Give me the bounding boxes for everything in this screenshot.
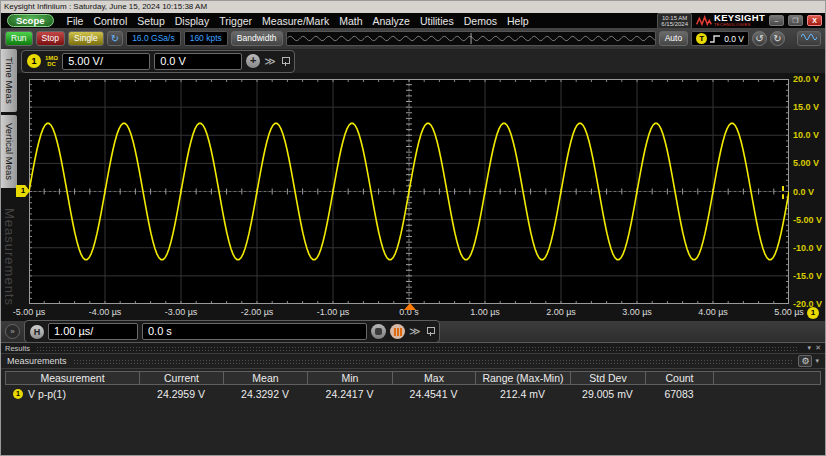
menu-item-setup[interactable]: Setup xyxy=(137,15,164,27)
measurements-titlebar[interactable]: Measurements ⚙ ▾ xyxy=(1,354,825,369)
trigger-level-field[interactable]: T 0.0 V xyxy=(691,31,749,46)
column-header-filler xyxy=(713,371,821,385)
voltage-tick-label: 15.0 V xyxy=(793,102,819,112)
clear-display-button[interactable]: ↻ xyxy=(107,31,123,46)
vertical-offset-input[interactable]: 0.0 V xyxy=(154,53,242,70)
column-header-mean[interactable]: Mean xyxy=(223,371,307,385)
voltage-tick-label: -10.0 V xyxy=(793,243,822,253)
horizontal-pin-icon[interactable] xyxy=(427,327,434,336)
timebase-position-input[interactable]: 0.0 s xyxy=(142,323,367,340)
measurement-row[interactable]: 1V p-p(1)24.2959 V24.3292 V24.2417 V24.4… xyxy=(5,385,821,402)
results-minimize-icon[interactable]: ▾ xyxy=(808,344,812,352)
gear-icon: ⚙ xyxy=(801,356,809,366)
clock-date: 6/15/2024 xyxy=(661,21,688,27)
scope-menu-button[interactable]: Scope xyxy=(7,14,54,27)
measurements-settings-button[interactable]: ⚙ xyxy=(798,355,812,367)
menu-item-demos[interactable]: Demos xyxy=(464,15,497,27)
time-tick-label: 2.00 µs xyxy=(546,307,576,317)
tab-vertical-meas[interactable]: Vertical Meas xyxy=(1,115,17,188)
close-button[interactable]: X xyxy=(807,15,822,26)
column-header-measurement[interactable]: Measurement xyxy=(5,371,139,385)
menubar-right: 10:15 AM 6/15/2024 KEYSIGHT TECHNOLOGIES… xyxy=(657,13,825,29)
column-header-max[interactable]: Max xyxy=(392,371,475,385)
expand-controls-button[interactable]: » xyxy=(5,324,20,339)
waveform-area: Time MeasVertical Meas Measurements 20.0… xyxy=(1,73,825,321)
infiniium-app-window: Keysight Infiniium : Saturday, June 15, … xyxy=(0,0,826,456)
menu-item-file[interactable]: File xyxy=(67,15,84,27)
zoom-mode-button[interactable] xyxy=(371,324,386,339)
trigger-auto-button[interactable]: Auto xyxy=(659,31,689,46)
left-tab-strip: Time MeasVertical Meas xyxy=(1,49,18,191)
time-tick-label: 3.00 µs xyxy=(622,307,652,317)
time-tick-label: -3.00 µs xyxy=(165,307,198,317)
channel1-ground-marker[interactable]: 1 xyxy=(16,185,30,197)
segmented-acquisition-button[interactable] xyxy=(390,324,405,339)
waveform-display[interactable] xyxy=(29,79,789,304)
voltage-tick-label: 5.00 V xyxy=(793,158,819,168)
channel-expand-chevron-icon[interactable]: ≫ xyxy=(264,55,276,68)
trigger-source-icon: T xyxy=(696,33,707,44)
channel1-controls: 1 1MΩ DC 5.00 V/ 0.0 V + ≫ xyxy=(21,50,295,73)
horizontal-expand-chevron-icon[interactable]: ≫ xyxy=(409,325,421,338)
undo-icon: ↺ xyxy=(755,33,763,44)
tab-time-meas[interactable]: Time Meas xyxy=(1,49,17,112)
voltage-tick-label: 0.0 V xyxy=(793,187,814,197)
rising-edge-icon xyxy=(710,34,721,44)
channel1-coupling[interactable]: 1MΩ DC xyxy=(45,55,58,67)
menu-item-control[interactable]: Control xyxy=(93,15,127,27)
menu-item-measure-mark[interactable]: Measure/Mark xyxy=(262,15,329,27)
voltage-tick-label: -5.00 V xyxy=(793,215,822,225)
time-tick-label: -5.00 µs xyxy=(13,307,46,317)
memory-depth-field[interactable]: 160 kpts xyxy=(184,31,228,46)
measurement-cell-max: 24.4541 V xyxy=(392,388,475,400)
results-title: Results xyxy=(5,344,30,353)
menu-item-display[interactable]: Display xyxy=(175,15,209,27)
voltage-axis: 20.0 V15.0 V10.0 V5.00 V0.0 V-5.00 V-10.… xyxy=(793,79,826,304)
menu-item-trigger[interactable]: Trigger xyxy=(219,15,252,27)
vertical-scale-input[interactable]: 5.00 V/ xyxy=(62,53,150,70)
menu-item-utilities[interactable]: Utilities xyxy=(420,15,454,27)
restore-button[interactable]: ❐ xyxy=(788,15,803,26)
menu-item-help[interactable]: Help xyxy=(507,15,529,27)
results-close-icon[interactable]: ✕ xyxy=(815,344,821,352)
stop-button[interactable]: Stop xyxy=(36,31,66,46)
bandwidth-button[interactable]: Bandwidth xyxy=(231,31,283,46)
voltage-tick-label: 10.0 V xyxy=(793,130,819,140)
column-header-std-dev[interactable]: Std Dev xyxy=(570,371,645,385)
clock-time: 10:15 AM xyxy=(661,15,688,21)
trigger-position-marker[interactable] xyxy=(404,303,416,310)
channel1-axis-badge[interactable]: 1 xyxy=(807,307,819,319)
undo-button[interactable]: ↺ xyxy=(752,31,767,46)
results-titlebar[interactable]: Results ▾ ✕ xyxy=(1,343,825,354)
add-channel-button[interactable]: + xyxy=(246,54,260,68)
menu-item-analyze[interactable]: Analyze xyxy=(373,15,410,27)
pin-icon[interactable] xyxy=(282,57,289,66)
minimize-button[interactable]: – xyxy=(769,15,784,26)
measurements-table-header: MeasurementCurrentMeanMinMaxRange (Max-M… xyxy=(5,371,821,385)
clock-button[interactable]: 10:15 AM 6/15/2024 xyxy=(657,13,692,29)
measurement-cell-range: 212.4 mV xyxy=(475,388,570,400)
channel1-source-icon: 1 xyxy=(13,389,23,399)
redo-button[interactable]: ↻ xyxy=(770,31,785,46)
os-titlebar: Keysight Infiniium : Saturday, June 15, … xyxy=(1,1,825,13)
channel1-badge[interactable]: 1 xyxy=(27,54,41,68)
horizontal-badge[interactable]: H xyxy=(30,325,44,339)
timebase-scale-input[interactable]: 1.00 µs/ xyxy=(48,323,138,340)
keysight-logo: KEYSIGHT TECHNOLOGIES xyxy=(696,14,765,27)
time-tick-label: -1.00 µs xyxy=(317,307,350,317)
column-header-min[interactable]: Min xyxy=(307,371,392,385)
trigger-level-marker[interactable] xyxy=(782,186,784,199)
results-titlebar-texture xyxy=(36,346,798,351)
column-header-range-max-min-[interactable]: Range (Max-Min) xyxy=(475,371,570,385)
waveform-overview-bar[interactable] xyxy=(286,31,656,46)
measurements-caret-icon[interactable]: ▾ xyxy=(815,357,819,365)
acquisition-toolbar: Run Stop Single ↻ 16.0 GSa/s 160 kpts Ba… xyxy=(1,28,825,49)
column-header-count[interactable]: Count xyxy=(645,371,713,385)
refresh-icon: ↻ xyxy=(111,33,119,44)
column-header-current[interactable]: Current xyxy=(139,371,223,385)
run-button[interactable]: Run xyxy=(5,31,33,46)
menu-item-math[interactable]: Math xyxy=(339,15,362,27)
display-settings-button[interactable] xyxy=(797,31,821,46)
single-button[interactable]: Single xyxy=(68,31,104,46)
sample-rate-field[interactable]: 16.0 GSa/s xyxy=(126,31,181,46)
